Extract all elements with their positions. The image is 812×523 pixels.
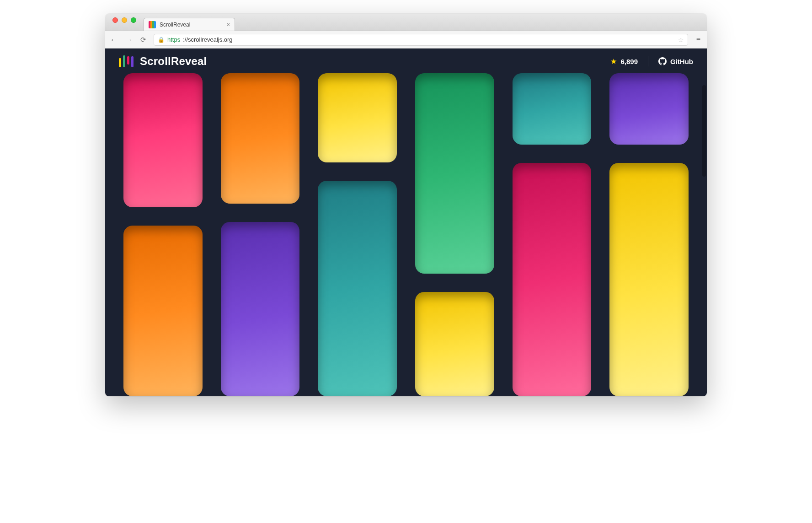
- brand-name: ScrollReveal: [140, 55, 207, 68]
- tile-column: [513, 49, 592, 396]
- tab-close-icon[interactable]: ×: [226, 21, 230, 28]
- logo-icon: [119, 55, 134, 67]
- nav-forward-button[interactable]: →: [124, 36, 133, 44]
- star-icon: ★: [611, 58, 617, 65]
- lock-icon: 🔒: [158, 37, 165, 43]
- tile-teal: [513, 73, 592, 145]
- url-scheme: https: [167, 36, 180, 43]
- tile-yellow: [318, 73, 397, 162]
- header-right: ★ 6,899 GitHub: [611, 56, 693, 66]
- bookmark-star-icon[interactable]: ☆: [678, 36, 684, 43]
- browser-window: ScrollReveal × ← → ⟳ 🔒 https://scrollrev…: [105, 14, 707, 396]
- github-link[interactable]: GitHub: [658, 57, 693, 65]
- favicon-icon: [149, 21, 156, 28]
- tile-column: [221, 49, 300, 396]
- browser-tab[interactable]: ScrollReveal ×: [144, 18, 235, 31]
- browser-tab-bar: ScrollReveal ×: [105, 14, 707, 31]
- url-rest: ://scrollrevealjs.org: [183, 36, 232, 43]
- tile-green: [415, 73, 494, 274]
- github-icon: [658, 57, 667, 65]
- tile-purple: [609, 73, 689, 145]
- page-viewport: ScrollReveal ★ 6,899 GitHub: [105, 49, 707, 396]
- page-header: ScrollReveal ★ 6,899 GitHub: [105, 49, 707, 74]
- github-label: GitHub: [670, 58, 693, 65]
- tile-purple: [221, 222, 300, 396]
- window-controls: [110, 14, 141, 31]
- stars-count: 6,899: [620, 58, 638, 65]
- tile-yellow: [609, 163, 689, 396]
- tab-title: ScrollReveal: [160, 22, 190, 28]
- browser-toolbar: ← → ⟳ 🔒 https://scrollrevealjs.org ☆ ≡: [105, 31, 707, 49]
- scrollbar-thumb[interactable]: [702, 85, 706, 177]
- tile-magenta: [513, 163, 592, 396]
- window-close-button[interactable]: [112, 17, 118, 23]
- window-minimize-button[interactable]: [122, 17, 127, 23]
- tile-orange: [123, 226, 203, 396]
- stars-link[interactable]: ★ 6,899: [611, 58, 638, 65]
- tile-column: [123, 49, 203, 396]
- nav-back-button[interactable]: ←: [110, 36, 118, 44]
- tile-column: [415, 49, 494, 396]
- tile-yellow: [415, 292, 494, 396]
- tile-grid: [105, 49, 707, 396]
- window-zoom-button[interactable]: [131, 17, 136, 23]
- nav-reload-button[interactable]: ⟳: [139, 36, 147, 44]
- tile-pink: [123, 73, 203, 207]
- header-divider: [648, 56, 648, 66]
- browser-menu-button[interactable]: ≡: [694, 36, 702, 44]
- tile-column: [609, 49, 689, 396]
- address-bar[interactable]: 🔒 https://scrollrevealjs.org ☆: [154, 34, 688, 46]
- tile-orange: [221, 73, 300, 204]
- tile-column: [318, 49, 397, 396]
- tile-teal: [318, 181, 397, 396]
